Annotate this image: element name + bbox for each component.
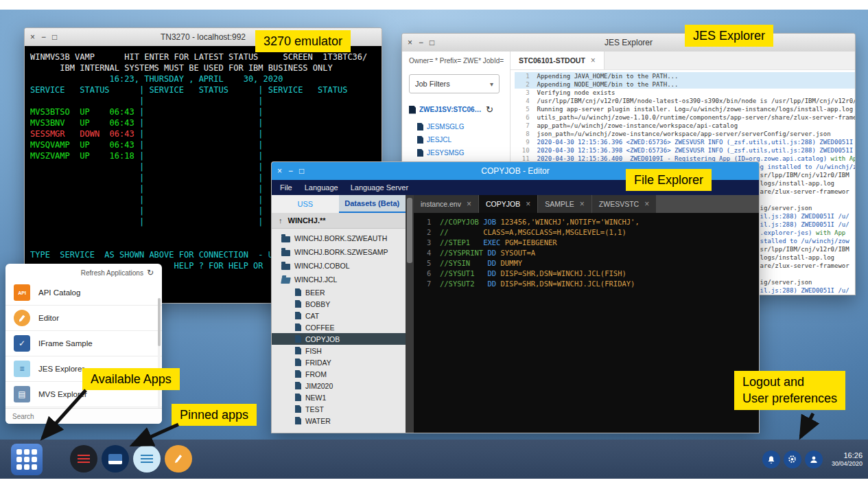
text-line: 6 //SYSUT1 DD DISP=SHR,DSN=WINCHJ.JCL(FI… [414,269,759,279]
tree-item[interactable]: WINCHJ.JCL [272,273,406,286]
dataset-filter-value: WINCHJ.** [288,216,326,225]
editor-tabstrip: instance.env × COPYJOB × SAMPLE × [414,195,759,213]
refresh-applications-label: Refresh Applications [81,269,143,277]
app-list-item[interactable]: ✓ IFrame Sample [5,331,162,356]
pinned-tn3270-icon[interactable] [70,445,97,473]
tree-item[interactable]: WINCHJ.BORK.SZWEAUTH [272,231,406,245]
job-filters-label: Job Filters [415,80,450,88]
folder-icon [295,323,301,331]
refresh-icon[interactable]: ↻ [486,104,493,115]
folder-icon [295,394,301,401]
close-icon[interactable]: × [591,56,596,65]
maximize-icon[interactable]: □ [430,38,434,47]
tree-item[interactable]: FROM [272,368,406,380]
job-tree-root[interactable]: ZWEJ1SV:STC06101 ↻ [409,104,504,115]
code-editor[interactable]: 1 //COPYJOB JOB 123456,'WINCHJ',NOTIFY='… [414,213,759,433]
annotation-jes-explorer: JES Explorer [685,25,773,47]
minimize-icon[interactable]: − [419,38,423,47]
maximize-icon[interactable]: □ [52,33,57,41]
tree-item[interactable]: WINCHJ.COBOL [272,259,406,273]
text-line: 4 //SYSPRINT DD SYSOUT=A [414,248,759,258]
tree-item[interactable]: COPYJOB [272,333,406,345]
user-icon[interactable] [805,451,823,468]
menu-language[interactable]: Language [305,183,338,192]
folder-icon [295,405,301,413]
refresh-applications[interactable]: Refresh Applications ↻ [5,264,162,280]
tree-item[interactable]: FRIDAY [272,356,406,368]
minimize-icon[interactable]: − [41,33,46,41]
app-icon: ✓ [14,335,30,352]
app-icon [14,310,30,326]
close-icon[interactable]: × [526,199,530,209]
tree-item[interactable]: TEST [272,403,406,415]
editor-main: instance.env × COPYJOB × SAMPLE × [414,195,759,433]
folder-icon [295,288,301,296]
text-line: 6 utils_path=/u/winchj/zowe-1.10.0/runti… [515,113,855,122]
scrollbar-thumb[interactable] [407,198,412,263]
editor-sidebar: USS Datasets (Beta) ↑ WINCHJ.** WINCHJ.B… [272,195,406,433]
dataset-tree: WINCHJ.BORK.SZWEAUTH WINCHJ.BORK.SZWESAM… [272,229,406,433]
apps-grid-icon [16,449,37,470]
maximize-icon[interactable]: □ [299,167,304,175]
folder-icon [295,347,301,354]
annotation-arrow-available-apps [27,385,96,446]
text-line: 2 // CLASS=A,MSGCLASS=H,MSGLEVEL=(1,1) [414,227,759,238]
app-list-item[interactable]: Editor [5,306,162,331]
job-filters-dropdown[interactable]: Job Filters ▾ [409,74,500,93]
document-icon [417,149,423,157]
tree-item[interactable]: WATER [272,415,406,427]
close-icon[interactable]: × [467,199,471,209]
launcher-scrollbar[interactable] [158,298,161,408]
tree-item[interactable]: BEER [272,286,406,298]
close-icon[interactable]: × [30,33,35,41]
up-arrow-icon[interactable]: ↑ [279,216,283,225]
close-icon[interactable]: × [277,167,282,175]
editor-tab[interactable]: instance.env × [414,195,478,213]
text-line: 2 Appending NODE_HOME/bin to the PATH... [515,80,855,89]
dataset-filter-row[interactable]: ↑ WINCHJ.** [272,213,406,229]
editor-tab[interactable]: ZWESVSTC × [592,195,656,213]
folder-icon [295,417,301,424]
editor-tab[interactable]: COPYJOB × [479,195,537,213]
text-line: 3 Verifying node exists [515,89,855,97]
menu-file[interactable]: File [280,183,292,192]
list-lines-glyph [141,455,153,464]
tree-item[interactable]: BOBBY [272,298,406,310]
text-line: SERVICE STATUS | SERVICE STATUS | SERVIC… [30,84,382,95]
settings-gear-icon[interactable] [784,451,801,468]
notifications-bell-icon[interactable] [762,451,780,468]
text-line: 3 //STEP1 EXEC PGM=IEBGENER [414,238,759,248]
tree-item[interactable]: NEW1 [272,391,406,403]
text-line: 7 app_path=/u/winchj/zowe-instance/works… [515,122,855,130]
menu-language-server[interactable]: Language Server [351,183,408,192]
tree-scrollbar[interactable] [406,195,414,433]
app-icon: ≡ [14,361,30,377]
jes-output-tab[interactable]: STC06101-STDOUT × [511,52,605,69]
spool-file-item[interactable]: JESJCL [409,133,504,146]
close-icon[interactable]: × [644,199,649,209]
minimize-icon[interactable]: − [288,167,293,175]
annotation-available-apps: Available Apps [82,368,180,390]
text-line: MVSZVAMP UP 16:18 | | [30,150,382,161]
start-button[interactable] [11,444,43,475]
tree-item[interactable]: FISH [272,345,406,356]
tree-item[interactable]: COFFEE [272,321,406,333]
text-line: IBM INTERNAL SYSTEMS MUST BE USED FOR IB… [30,62,382,73]
app-icon: API [14,284,30,301]
clock-time: 16:26 [832,451,863,460]
spool-file-item[interactable]: JESYSMSG [409,146,504,159]
annotation-logout: Logout and User preferences [734,371,845,410]
spool-file-item[interactable]: JESMSGLG [409,120,504,133]
refresh-icon[interactable]: ↻ [147,268,154,277]
tree-item[interactable]: WINCHJ.BORK.SZWESAMP [272,245,406,259]
jes-titlebar[interactable]: × − □ JES Explorer [402,34,855,52]
tree-item[interactable]: CAT [272,310,406,321]
close-icon[interactable]: × [408,38,412,47]
text-line: 10 2020-04-30 12:15:36.398 <ZWED:65736> … [515,146,855,155]
tab-datasets[interactable]: Datasets (Beta) [339,195,406,213]
tree-item[interactable]: JIM2020 [272,380,406,391]
close-icon[interactable]: × [580,199,585,209]
tab-uss[interactable]: USS [272,195,339,213]
editor-tab[interactable]: SAMPLE × [538,195,591,213]
app-list-item[interactable]: API API Catalog [5,280,162,306]
